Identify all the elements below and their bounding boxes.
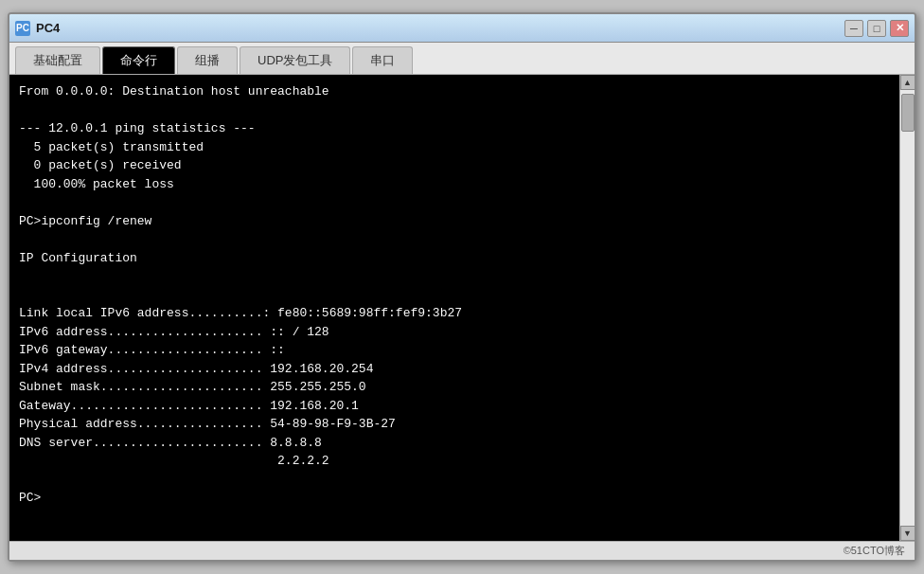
tab-bar: 基础配置命令行组播UDP发包工具串口 [9, 43, 915, 75]
title-controls: ─ □ ✕ [844, 20, 909, 37]
title-bar: PC PC4 ─ □ ✕ [9, 14, 915, 43]
terminal-output[interactable]: From 0.0.0.0: Destination host unreachab… [9, 75, 899, 541]
window-icon: PC [15, 21, 30, 36]
content-area: From 0.0.0.0: Destination host unreachab… [9, 75, 915, 541]
window-title: PC4 [36, 21, 60, 35]
minimize-button[interactable]: ─ [844, 20, 863, 37]
tab-basic[interactable]: 基础配置 [15, 46, 100, 74]
scroll-up-button[interactable]: ▲ [900, 75, 915, 90]
tab-udp[interactable]: UDP发包工具 [240, 46, 350, 74]
status-bar: ©51CTO博客 [9, 541, 915, 560]
tab-multicast[interactable]: 组播 [177, 46, 238, 74]
scroll-down-button[interactable]: ▼ [900, 526, 915, 541]
main-window: PC PC4 ─ □ ✕ 基础配置命令行组播UDP发包工具串口 From 0.0… [8, 12, 916, 562]
title-bar-left: PC PC4 [15, 21, 60, 36]
scrollbar-thumb[interactable] [901, 94, 915, 132]
tab-cmd[interactable]: 命令行 [102, 46, 175, 74]
close-button[interactable]: ✕ [890, 20, 909, 37]
tab-serial[interactable]: 串口 [352, 46, 413, 74]
scrollbar: ▲ ▼ [899, 75, 915, 541]
watermark-text: ©51CTO博客 [844, 544, 905, 558]
scrollbar-track[interactable] [900, 90, 915, 526]
maximize-button[interactable]: □ [867, 20, 886, 37]
